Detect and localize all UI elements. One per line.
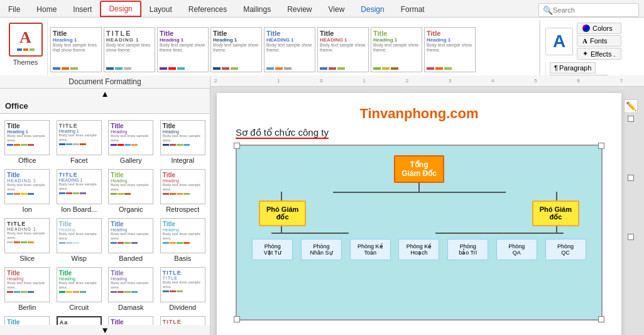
font-style-preview: A — [545, 28, 573, 55]
colors-icon — [582, 25, 590, 32]
tab-mailings[interactable]: Mailings — [235, 1, 279, 17]
tab-home[interactable]: Home — [28, 1, 65, 17]
panel-scroll[interactable]: Title Heading 1 Body text lines sample a… — [0, 114, 210, 325]
panel-scroll-up[interactable]: ▲ — [0, 89, 210, 99]
dept-box-4: Phòng Kế Hoạch — [398, 239, 439, 260]
right-handle-mid — [628, 175, 634, 181]
dept-box-7: Phòng QC — [545, 239, 586, 260]
theme-droplet[interactable]: Title Heading Body text lines sample are… — [3, 315, 52, 325]
theme-organic[interactable]: Title Heading Body text lines sample are… — [106, 168, 156, 214]
doc-page: Tinvanphong.com Sơ đồ tổ chức công ty — [217, 93, 621, 335]
ribbon-theme-7[interactable]: Title Heading 1 Body text sample show th… — [371, 27, 422, 72]
theme-main-event[interactable]: TITLE TITLE Body text lines sample area.… — [158, 315, 208, 325]
doc-area: 2 1 0 1 2 3 4 5 6 7 Tinvanphong.com Sơ đ… — [210, 75, 644, 335]
ribbon-theme-5[interactable]: Title HEADING 1 Body text sample show th… — [264, 27, 315, 72]
paragraph-icon: ¶ — [554, 64, 558, 72]
main-area: Document Formatting ▲ Office Title Headi… — [0, 75, 644, 335]
dept-row: Phòng Vật Tư Phòng Nhân Sự Phòng Kế Toán… — [246, 239, 592, 260]
ribbon-theme-8[interactable]: Title Heading 1 Body text sample show th… — [424, 27, 476, 72]
tab-layout[interactable]: Layout — [141, 1, 180, 17]
theme-slice[interactable]: TITLE HEADING 1 Body text lines sample a… — [3, 217, 52, 263]
search-icon: 🔍 — [543, 6, 553, 15]
tab-design[interactable]: Design — [100, 1, 141, 17]
dept-box-6: Phòng QA — [496, 239, 537, 260]
theme-wisp[interactable]: Title Heading Body text lines sample are… — [55, 217, 104, 263]
search-input[interactable] — [553, 6, 628, 14]
fonts-button[interactable]: A Fonts — [577, 35, 621, 47]
org-ceo-box: Tổng Giám Đốc — [394, 155, 444, 183]
dept-box-5: Phòng bảo Trì — [447, 239, 488, 260]
tab-references[interactable]: References — [180, 1, 235, 17]
effects-icon: ✦ — [582, 50, 588, 58]
tab-design2[interactable]: Design — [352, 1, 392, 17]
ruler-marks: 2 1 0 1 2 3 4 5 6 7 — [212, 78, 643, 84]
ribbon-theme-3[interactable]: Title Heading 1 Body text sample show th… — [157, 27, 209, 72]
theme-banded[interactable]: Title Heading Body text lines sample are… — [106, 217, 156, 263]
org-vp-right: Phó Giám đốc — [532, 200, 579, 226]
dept-box-2: Phòng Nhân Sự — [301, 239, 342, 260]
theme-grid: Title Heading 1 Body text lines sample a… — [3, 116, 207, 325]
theme-gallery2[interactable]: Title Heading Body text lines sample are… — [106, 315, 156, 325]
effects-button[interactable]: ✦ Effects . — [577, 48, 621, 60]
themes-button[interactable]: A — [9, 23, 43, 57]
theme-damask[interactable]: Title Heading Body text lines sample are… — [106, 266, 156, 312]
dept-box-3: Phòng Kế Toán — [350, 239, 391, 260]
theme-ion[interactable]: Title HEADING 1 Body text lines sample a… — [3, 168, 52, 214]
themes-a-letter: A — [19, 28, 31, 47]
tab-review[interactable]: Review — [279, 1, 320, 17]
tab-bar: File Home Insert Design Layout Reference… — [0, 0, 644, 18]
theme-ion-board[interactable]: TITLE HEADING 1 Body text lines sample a… — [55, 168, 104, 214]
org-chart: Tổng Giám Đốc — [236, 145, 603, 321]
ribbon-theme-2[interactable]: TITLE HEADING 1 Body text sample lines s… — [104, 27, 155, 72]
office-header: Office — [0, 99, 210, 114]
site-title: Tinvanphong.com — [236, 106, 603, 122]
dept-box-1: Phòng Vật Tư — [252, 239, 293, 260]
page-title: Sơ đồ tổ chức công ty — [236, 127, 329, 138]
theme-basis[interactable]: Title Heading Body text lines sample are… — [158, 217, 208, 263]
theme-dividend[interactable]: TITLE TITLE Body text lines sample area.… — [158, 266, 208, 312]
org-vp-left: Phó Giám đốc — [259, 200, 306, 226]
fonts-icon: A — [582, 37, 587, 45]
right-handle-top — [628, 116, 634, 122]
ribbon-theme-6[interactable]: Title HEADING 1 Body text sample show th… — [317, 27, 369, 72]
tab-format[interactable]: Format — [393, 1, 433, 17]
theme-frame[interactable]: Aa Heading Body text lines sample area. … — [55, 315, 104, 325]
right-handle-bot — [628, 234, 634, 240]
paragraph-button[interactable]: ¶ Paragraph — [550, 62, 596, 74]
left-panel: Document Formatting ▲ Office Title Headi… — [0, 75, 210, 335]
theme-retrospect[interactable]: Title Heading Body text lines sample are… — [158, 168, 208, 214]
panel-scroll-down[interactable]: ▼ — [0, 325, 210, 335]
theme-integral[interactable]: Title Heading Body text lines sample are… — [158, 119, 208, 165]
themes-label: Themes — [13, 58, 38, 66]
tab-insert[interactable]: Insert — [65, 1, 100, 17]
ruler: 2 1 0 1 2 3 4 5 6 7 — [210, 75, 644, 87]
theme-facet[interactable]: TITLE Heading 1 Body text lines sample a… — [55, 119, 104, 165]
doc-formatting-label: Document Formatting — [0, 75, 210, 89]
search-bar: 🔍 — [538, 3, 639, 17]
colors-button[interactable]: Colors — [577, 23, 621, 34]
ribbon: File Home Insert Design Layout Reference… — [0, 0, 644, 75]
theme-office[interactable]: Title Heading 1 Body text lines sample a… — [3, 119, 52, 165]
theme-circuit[interactable]: Title Heading Body text lines sample are… — [55, 266, 104, 312]
ribbon-theme-4[interactable]: Title Heading 1 Body text sample show th… — [210, 27, 262, 72]
tab-file[interactable]: File — [0, 1, 28, 17]
doc-scroll[interactable]: Tinvanphong.com Sơ đồ tổ chức công ty — [210, 87, 644, 335]
tab-view[interactable]: View — [320, 1, 353, 17]
ribbon-theme-1[interactable]: Title Heading 1 Body text sample lines t… — [50, 27, 102, 72]
theme-berlin[interactable]: Title Heading Body text lines sample are… — [3, 266, 52, 312]
right-edit-icon[interactable]: ✏️ — [624, 99, 638, 113]
theme-gallery[interactable]: Title Heading Body text lines sample are… — [106, 119, 156, 165]
